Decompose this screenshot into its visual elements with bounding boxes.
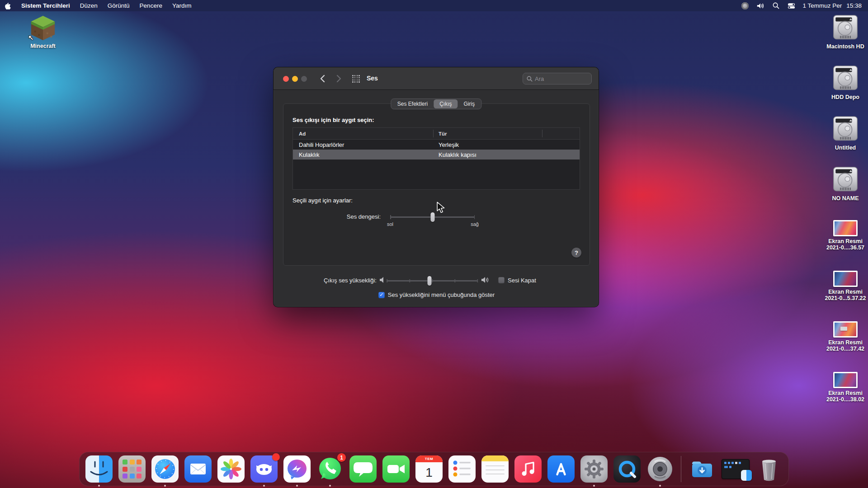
desktop-icon-minecraft[interactable]: ↖ Minecraft — [18, 15, 68, 49]
menu-item-duzen[interactable]: Düzen — [75, 0, 103, 11]
menu-bar: Sistem Tercihleri Düzen Görüntü Pencere … — [0, 0, 868, 11]
mute-checkbox[interactable] — [498, 277, 505, 283]
minimize-button[interactable] — [292, 76, 298, 82]
dock-whatsapp[interactable]: 1 — [316, 455, 344, 483]
dock-messenger[interactable] — [283, 455, 311, 483]
dock-safari[interactable] — [151, 455, 179, 483]
hard-drive-icon — [832, 14, 859, 42]
screenshot-thumbnail — [833, 271, 858, 287]
menu-item-pencere[interactable]: Pencere — [135, 0, 167, 11]
spotlight-search-icon[interactable] — [770, 0, 782, 11]
mute-label: Sesi Kapat — [508, 277, 536, 284]
dock-mail[interactable] — [184, 455, 212, 483]
speaker-max-icon — [481, 277, 490, 285]
screenshot-label: Ekran Resmi2021-0....38.02 — [826, 390, 864, 403]
volume-slider-handle[interactable] — [428, 276, 432, 286]
search-icon — [527, 76, 533, 82]
dock-discord[interactable] — [250, 455, 278, 483]
column-header-ad[interactable]: Ad — [293, 131, 433, 136]
show-all-grid-icon[interactable] — [352, 75, 360, 83]
screenshot-thumbnail — [833, 220, 858, 236]
dock-finder[interactable] — [85, 455, 113, 483]
desktop-icon-no-name[interactable]: NO NAME — [820, 166, 868, 202]
desktop-icon-screenshot-3[interactable]: Ekran Resmi2021-0....37.42 — [820, 321, 868, 352]
dock-photos[interactable] — [217, 455, 245, 483]
volume-slider[interactable] — [387, 280, 477, 282]
search-field[interactable] — [523, 73, 592, 84]
desktop-icon-untitled[interactable]: Untitled — [820, 116, 868, 151]
tab-giris[interactable]: Giriş — [458, 99, 481, 108]
dock-app-store[interactable] — [547, 455, 575, 483]
balance-label: Ses dengesi: — [283, 213, 381, 220]
dock-messages[interactable] — [349, 455, 377, 483]
screenshot-thumbnail — [833, 372, 858, 388]
menu-item-goruntu[interactable]: Görüntü — [103, 0, 135, 11]
control-center-icon[interactable] — [785, 0, 797, 11]
screenshot-label: Ekran Resmi2021-0...5.37.22 — [825, 289, 866, 301]
drive-label: HDD Depo — [831, 94, 859, 100]
clock-time: 15:38 — [846, 2, 862, 9]
menubar-clock[interactable]: 1 Temmuz Per 15:38 — [801, 2, 862, 9]
desktop-icon-screenshot-2[interactable]: Ekran Resmi2021-0...5.37.22 — [820, 271, 868, 301]
running-indicator — [329, 485, 331, 487]
search-input[interactable] — [535, 75, 585, 82]
dock-music[interactable] — [514, 455, 542, 483]
close-button[interactable] — [283, 76, 289, 82]
screenshot-label: Ekran Resmi2021-0....36.57 — [826, 238, 864, 251]
window-titlebar[interactable]: Ses — [274, 67, 599, 90]
dock-notes[interactable] — [481, 455, 509, 483]
dock-launchpad[interactable] — [118, 455, 146, 483]
dock-minimized-window[interactable] — [722, 459, 750, 479]
hard-drive-icon — [832, 166, 859, 193]
table-header: Ad Tür — [293, 128, 580, 140]
calendar-month: TEM — [415, 455, 443, 462]
volume-label: Çıkış ses yüksekliği: — [274, 277, 377, 284]
dock-system-preferences[interactable] — [580, 455, 608, 483]
column-header-tur[interactable]: Tür — [433, 131, 447, 136]
show-in-menubar-checkbox[interactable] — [378, 292, 385, 298]
table-row-dahili-hoparlorler[interactable]: Dahili Hoparlörler Yerleşik — [293, 140, 580, 150]
forward-button[interactable] — [333, 73, 344, 84]
screenshot-thumbnail — [833, 321, 858, 338]
window-title: Ses — [367, 75, 378, 82]
tab-cikis[interactable]: Çıkış — [434, 99, 458, 108]
output-volume-row: Çıkış ses yüksekliği: Sesi Kapat — [274, 276, 599, 285]
dock-divider — [681, 456, 681, 482]
whatsapp-badge: 1 — [337, 453, 346, 462]
dock-quicktime[interactable] — [613, 455, 641, 483]
lens-status-icon[interactable] — [739, 0, 751, 11]
running-indicator — [164, 485, 166, 487]
help-button[interactable]: ? — [571, 248, 581, 258]
desktop-icon-hdd-depo[interactable]: HDD Depo — [820, 65, 868, 100]
balance-slider[interactable] — [390, 216, 475, 218]
dock-lens-app[interactable] — [646, 455, 674, 483]
apple-icon — [5, 2, 11, 10]
desktop-icon-macintosh-hd[interactable]: Macintosh HD — [820, 14, 868, 50]
tab-ses-efektleri[interactable]: Ses Efektleri — [392, 99, 434, 108]
balance-slider-handle[interactable] — [430, 212, 434, 222]
dock-facetime[interactable] — [382, 455, 410, 483]
volume-status-icon[interactable] — [755, 0, 766, 11]
screenshot-label: Ekran Resmi2021-0....37.42 — [826, 339, 864, 352]
dock-downloads-folder[interactable] — [689, 455, 716, 483]
menu-item-app[interactable]: Sistem Tercihleri — [16, 0, 75, 11]
dock-reminders[interactable] — [448, 455, 476, 483]
device-section-label: Ses çıkışı için bir aygıt seçin: — [292, 117, 374, 123]
running-indicator — [263, 485, 265, 487]
dock-calendar[interactable]: TEM 1 — [415, 455, 443, 483]
zoom-button[interactable] — [301, 76, 307, 82]
drive-label: NO NAME — [832, 195, 859, 202]
tab-bar: Ses Efektleri Çıkış Giriş — [391, 99, 481, 109]
settings-section-label: Seçili aygıt için ayarlar: — [292, 197, 353, 204]
mouse-cursor — [436, 202, 446, 213]
desktop: Sistem Tercihleri Düzen Görüntü Pencere … — [0, 0, 868, 488]
running-indicator — [296, 485, 298, 487]
table-row-kulaklik-selected[interactable]: Kulaklık Kulaklık kapısı — [293, 150, 580, 160]
back-button[interactable] — [317, 73, 328, 84]
desktop-icon-screenshot-4[interactable]: Ekran Resmi2021-0....38.02 — [820, 372, 868, 403]
apple-menu[interactable] — [0, 0, 16, 11]
desktop-icon-screenshot-1[interactable]: Ekran Resmi2021-0....36.57 — [820, 220, 868, 251]
menu-item-yardim[interactable]: Yardım — [167, 0, 197, 11]
dock-trash[interactable] — [755, 455, 783, 483]
drive-label: Untitled — [835, 145, 856, 151]
